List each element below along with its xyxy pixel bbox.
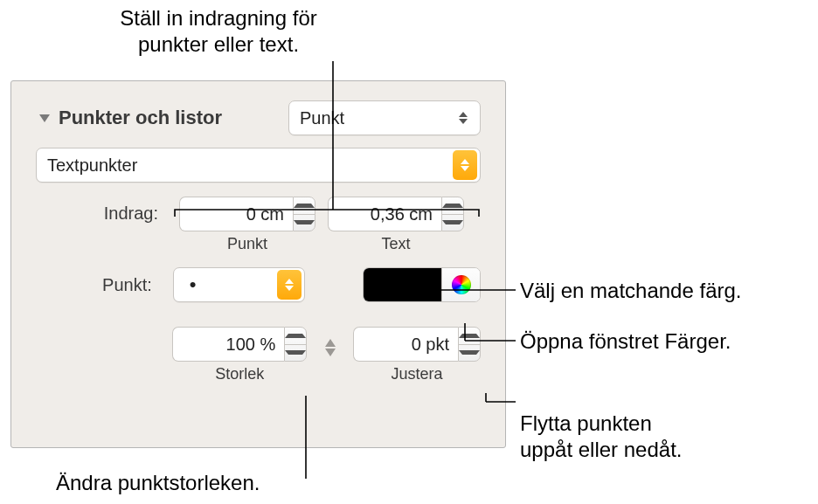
section-title: Punkter och listor xyxy=(59,107,222,129)
stepper-buttons-icon[interactable] xyxy=(441,197,464,231)
chevrons-icon xyxy=(457,109,469,127)
indent-text-stepper[interactable]: 0,36 cm xyxy=(328,197,464,231)
align-caption: Justera xyxy=(391,365,442,383)
color-picker-button[interactable] xyxy=(441,268,480,301)
stepper-buttons-icon[interactable] xyxy=(458,327,481,362)
vertical-arrows-icon xyxy=(319,333,341,362)
callout-open-colors: Öppna fönstret Färger. xyxy=(520,328,731,355)
indent-text-input[interactable]: 0,36 cm xyxy=(328,197,441,231)
callout-move-bullet: Flytta punkten uppåt eller nedåt. xyxy=(520,384,682,463)
list-type-value: Punkt xyxy=(300,108,344,128)
list-type-select[interactable]: Punkt xyxy=(288,100,481,135)
callout-change-size: Ändra punktstorleken. xyxy=(56,470,260,496)
disclosure-triangle-icon[interactable] xyxy=(39,114,50,122)
bullet-style-select[interactable]: Textpunkter xyxy=(36,148,481,183)
chevrons-icon xyxy=(453,150,477,180)
bullets-and-lists-panel: Punkter och listor Punkt Textpunkter Ind… xyxy=(10,80,506,448)
stepper-buttons-icon[interactable] xyxy=(284,327,307,362)
indent-bullet-caption: Punkt xyxy=(227,235,267,253)
chevrons-icon xyxy=(277,270,302,300)
stepper-buttons-icon[interactable] xyxy=(293,197,315,231)
indent-label: Indrag: xyxy=(36,197,167,224)
color-wheel-icon xyxy=(452,275,471,294)
align-input[interactable]: 0 pkt xyxy=(353,327,458,362)
bullet-style-value: Textpunkter xyxy=(47,155,137,176)
bullet-glyph-select[interactable]: • xyxy=(173,267,306,302)
color-swatch-button[interactable] xyxy=(364,268,441,301)
size-input[interactable]: 100 % xyxy=(172,327,284,362)
indent-bullet-stepper[interactable]: 0 cm xyxy=(179,197,315,231)
indent-bullet-input[interactable]: 0 cm xyxy=(179,197,293,231)
callout-match-color: Välj en matchande färg. xyxy=(520,278,742,304)
indent-text-caption: Text xyxy=(381,235,410,253)
bullet-glyph-value: • xyxy=(190,273,197,296)
callout-indent: Ställ in indragning för punkter eller te… xyxy=(87,5,350,58)
bullet-color-well xyxy=(363,267,481,302)
size-caption: Storlek xyxy=(215,365,264,383)
bullet-glyph-label: Punkt: xyxy=(36,275,161,295)
align-stepper[interactable]: 0 pkt xyxy=(353,327,481,362)
size-stepper[interactable]: 100 % xyxy=(172,327,307,362)
